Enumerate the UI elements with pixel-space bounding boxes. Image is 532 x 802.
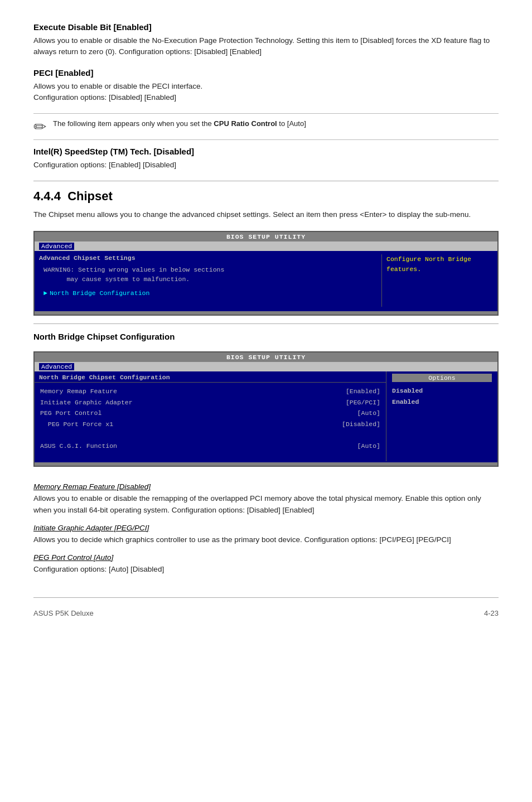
north-bridge-section: North Bridge Chipset Configuration bbox=[33, 332, 499, 341]
bios-nb-row-3: PEG Port Force x1 [Disabled] bbox=[39, 419, 381, 430]
bios-menu-advanced-1[interactable]: Advanced bbox=[39, 243, 74, 250]
memory-remap-subsection: Memory Remap Feature [Disabled] Allows y… bbox=[33, 482, 499, 516]
speedstep-body: Configuration options: [Enabled] [Disabl… bbox=[33, 160, 499, 171]
bios-nb-row-1: Initiate Graphic Adapter [PEG/PCI] bbox=[39, 397, 381, 408]
footer-right: 4-23 bbox=[484, 609, 499, 617]
divider-2 bbox=[33, 323, 499, 324]
initiate-graphic-subtitle: Initiate Graphic Adapter [PEG/PCI] bbox=[33, 524, 499, 532]
peci-body: Allows you to enable or disable the PECI… bbox=[33, 81, 499, 104]
chapter-section: 4.4.4 Chipset The Chipset menu allows yo… bbox=[33, 189, 499, 220]
divider-footer bbox=[33, 597, 499, 598]
note-bold: CPU Ratio Control bbox=[214, 119, 277, 128]
north-bridge-title: North Bridge Chipset Configuration bbox=[33, 332, 499, 341]
peg-port-subtitle: PEG Port Control [Auto] bbox=[33, 553, 499, 562]
chapter-title: Chipset bbox=[67, 189, 113, 203]
peci-title: PECI [Enabled] bbox=[33, 68, 499, 78]
bios-options-list: Disabled Enabled bbox=[392, 385, 492, 407]
peg-port-subsection: PEG Port Control [Auto] Configuration op… bbox=[33, 553, 499, 575]
chapter-intro: The Chipset menu allows you to change th… bbox=[33, 209, 499, 220]
bios-right-text-1: Configure North Bridgefeatures. bbox=[386, 254, 493, 275]
bios-nb-row-2: PEG Port Control [Auto] bbox=[39, 408, 381, 419]
page-footer: ASUS P5K Deluxe 4-23 bbox=[33, 606, 499, 617]
bios-title-bar-1: BIOS SETUP UTILITY bbox=[35, 232, 497, 241]
bios-screen-1: BIOS SETUP UTILITY Advanced Advanced Chi… bbox=[33, 231, 499, 316]
bios-title-bar-2: BIOS SETUP UTILITY bbox=[35, 352, 497, 362]
initiate-graphic-body: Allows you to decide which graphics cont… bbox=[33, 534, 499, 545]
bios-right-1: Configure North Bridgefeatures. bbox=[381, 254, 493, 307]
bios-north-bridge-link: ►North Bridge Configuration bbox=[39, 289, 381, 297]
chapter-number: 4.4.4 bbox=[33, 189, 61, 203]
bios-menu-bar-1: Advanced bbox=[35, 241, 497, 251]
bios-option-disabled: Disabled bbox=[392, 385, 492, 397]
initiate-graphic-subsection: Initiate Graphic Adapter [PEG/PCI] Allow… bbox=[33, 524, 499, 545]
divider-1 bbox=[33, 181, 499, 181]
bios-menu-bar-2: Advanced bbox=[35, 362, 497, 371]
bios-warning: WARNING: Setting wrong values in below s… bbox=[39, 265, 381, 284]
execute-disable-bit-title: Execute Disable Bit [Enabled] bbox=[33, 22, 499, 32]
triangle-icon: ► bbox=[43, 289, 47, 297]
bios-option-enabled: Enabled bbox=[392, 397, 492, 408]
note-box: ✏ The following item appears only when y… bbox=[33, 113, 499, 140]
bios-bottom-2 bbox=[35, 462, 497, 466]
speedstep-section: Intel(R) SpeedStep (TM) Tech. [Disabled]… bbox=[33, 147, 499, 171]
bios-bottom-1 bbox=[35, 311, 497, 315]
note-text: The following item appears only when you… bbox=[53, 118, 306, 129]
memory-remap-subtitle: Memory Remap Feature [Disabled] bbox=[33, 482, 499, 491]
bios-nb-rows: Memory Remap Feature [Enabled] Initiate … bbox=[35, 385, 386, 461]
execute-disable-bit-section: Execute Disable Bit [Enabled] Allows you… bbox=[33, 22, 499, 58]
bios-screen-2: BIOS SETUP UTILITY Advanced North Bridge… bbox=[33, 351, 499, 467]
bios-menu-advanced-2[interactable]: Advanced bbox=[39, 363, 74, 370]
bios-content-2: North Bridge Chipset Configuration Memor… bbox=[35, 371, 497, 461]
bios-options-title: Options bbox=[392, 374, 492, 382]
bios-nb-row-4: ASUS C.G.I. Function [Auto] bbox=[39, 441, 381, 452]
bios-left-2: North Bridge Chipset Configuration Memor… bbox=[35, 371, 386, 461]
bios-left-1: Advanced Chipset Settings WARNING: Setti… bbox=[39, 254, 381, 307]
memory-remap-body: Allows you to enable or disable the rema… bbox=[33, 493, 499, 516]
bios-right-2: Options Disabled Enabled bbox=[386, 371, 497, 461]
north-bridge-link-text[interactable]: North Bridge Configuration bbox=[50, 289, 149, 297]
execute-disable-bit-body: Allows you to enable or disable the No-E… bbox=[33, 35, 499, 58]
bios-nb-row-spacer bbox=[39, 429, 381, 441]
bios-content-1: Advanced Chipset Settings WARNING: Setti… bbox=[35, 251, 497, 311]
bios-advanced-chipset-title: Advanced Chipset Settings bbox=[39, 254, 381, 262]
peci-section: PECI [Enabled] Allows you to enable or d… bbox=[33, 68, 499, 104]
peg-port-body: Configuration options: [Auto] [Disabled] bbox=[33, 564, 499, 575]
bios-nb-section-title: North Bridge Chipset Configuration bbox=[35, 371, 386, 383]
chapter-heading: 4.4.4 Chipset bbox=[33, 189, 499, 204]
footer-left: ASUS P5K Deluxe bbox=[33, 609, 94, 617]
pencil-icon: ✏ bbox=[33, 119, 46, 135]
bios-nb-row-0: Memory Remap Feature [Enabled] bbox=[39, 386, 381, 397]
speedstep-title: Intel(R) SpeedStep (TM) Tech. [Disabled] bbox=[33, 147, 499, 156]
